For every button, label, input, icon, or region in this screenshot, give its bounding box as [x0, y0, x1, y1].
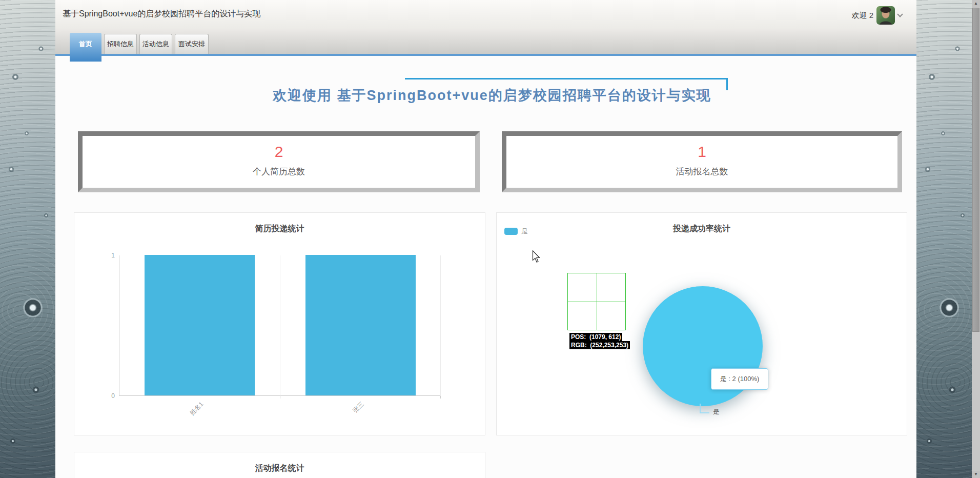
stat-value: 1 — [506, 143, 897, 161]
scrollbar[interactable]: ▲ ▼ — [972, 0, 980, 478]
desktop-wallpaper-left — [0, 0, 55, 478]
y-axis-tick: 1 — [111, 252, 115, 259]
heading-decoration-line — [405, 78, 728, 79]
mouse-cursor-icon — [532, 250, 541, 264]
activity-signup-chart-panel: 活动报名统计 — [74, 452, 485, 478]
tab-interview-schedule[interactable]: 面试安排 — [175, 34, 209, 54]
stat-label: 个人简历总数 — [83, 166, 475, 177]
chart-title: 投递成功率统计 — [497, 224, 907, 234]
x-axis-label: 张三 — [351, 400, 366, 415]
scrollbar-down-arrow-icon[interactable]: ▼ — [972, 471, 980, 478]
pie-label-connector — [700, 412, 709, 413]
scrollbar-thumb[interactable] — [972, 8, 979, 332]
x-axis-tick — [440, 396, 441, 399]
x-axis-label: 姓名1 — [188, 400, 206, 417]
tab-activity-info[interactable]: 活动信息 — [139, 34, 172, 54]
site-title: 基于SpringBoot+vue的启梦校园招聘平台的设计与实现 — [63, 9, 260, 19]
bar[interactable] — [145, 255, 255, 395]
pie-slice-label: 是 — [713, 407, 720, 416]
chart-tooltip: 是 : 2 (100%) — [711, 368, 768, 390]
tab-underline — [55, 54, 916, 56]
desktop-wallpaper-right — [916, 0, 972, 478]
page-title: 欢迎使用 基于SpringBoot+vue的启梦校园招聘平台的设计与实现 — [55, 86, 916, 105]
tab-bar: 首页 招聘信息 活动信息 面试安排 — [55, 29, 916, 54]
avatar[interactable] — [876, 6, 895, 25]
delivery-success-chart-panel: 是 投递成功率统计 是 是 : 2 (100%) — [496, 212, 907, 435]
bar[interactable] — [305, 255, 416, 395]
user-menu[interactable]: 欢迎 2 — [851, 6, 902, 25]
picker-rgb-text: RGB: (252,253,253) — [569, 341, 630, 349]
gridline — [440, 255, 441, 396]
color-picker-readout: POS: (1079, 612) RGB: (252,253,253) — [569, 333, 630, 349]
tab-home[interactable]: 首页 — [70, 33, 101, 62]
stat-card-signups: 1 活动报名总数 — [502, 131, 902, 192]
stat-label: 活动报名总数 — [506, 166, 897, 177]
gridline — [280, 255, 280, 396]
chart-title: 简历投递统计 — [74, 224, 485, 234]
bar-plot: 1 0 姓名1张三 — [119, 255, 440, 396]
x-axis-tick — [280, 396, 280, 399]
chart-title: 活动报名统计 — [74, 463, 485, 474]
welcome-user-text: 欢迎 2 — [851, 11, 873, 21]
page: 基于SpringBoot+vue的启梦校园招聘平台的设计与实现 欢迎 2 首页 … — [55, 0, 916, 478]
picker-crosshair-horizontal — [568, 302, 625, 302]
scrollbar-up-arrow-icon[interactable]: ▲ — [972, 0, 980, 7]
tab-recruit-info[interactable]: 招聘信息 — [104, 34, 137, 54]
stat-card-resumes: 2 个人简历总数 — [78, 131, 480, 192]
picker-pos-text: POS: (1079, 612) — [569, 333, 622, 341]
stat-value: 2 — [83, 143, 475, 161]
y-axis-tick: 0 — [111, 392, 115, 400]
resume-delivery-chart-panel: 简历投递统计 1 0 姓名1张三 — [74, 212, 485, 435]
color-picker-magnifier — [567, 273, 626, 330]
chevron-down-icon[interactable] — [897, 11, 903, 17]
page-header: 基于SpringBoot+vue的启梦校园招聘平台的设计与实现 欢迎 2 — [55, 0, 916, 29]
